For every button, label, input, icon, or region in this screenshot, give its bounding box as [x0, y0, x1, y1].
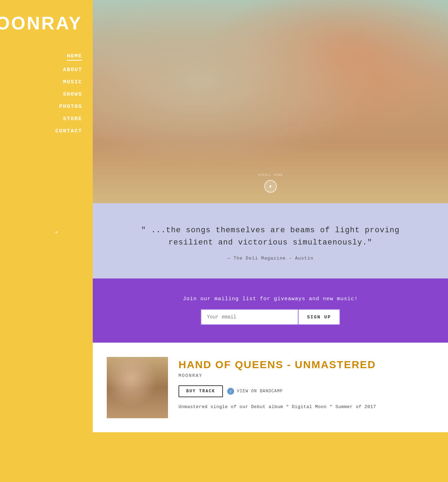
- bandcamp-link[interactable]: ♫ VIEW ON BANDCAMP: [227, 388, 283, 395]
- nav-photos[interactable]: PHOTOS: [59, 104, 82, 110]
- album-art-background: [107, 357, 168, 418]
- album-title: HAND OF QUEENS - UNMASTERED: [178, 359, 434, 370]
- mailing-section: Join our mailing list for giveaways and …: [93, 278, 448, 343]
- quote-section: " ...the songs themselves are beams of l…: [93, 203, 448, 278]
- hero-section: SCROLL DOWN ▾: [93, 0, 448, 203]
- mailing-form: SIGN UP: [201, 309, 340, 325]
- nav-shows[interactable]: SHOWS: [63, 91, 82, 97]
- album-description: Unmastered single of our Debut album " D…: [178, 404, 434, 411]
- nav-home[interactable]: HOME: [67, 53, 82, 61]
- album-buttons: BUY TRACK ♫ VIEW ON BANDCAMP: [178, 385, 434, 397]
- nav-contact[interactable]: CONTACT: [55, 128, 82, 134]
- bandcamp-label: VIEW ON BANDCAMP: [237, 389, 283, 394]
- sidebar: MOONRAY HOME ABOUT MUSIC SHOWS PHOTOS ST…: [0, 0, 93, 482]
- album-art: [107, 357, 168, 418]
- scroll-down-text: SCROLL DOWN: [258, 173, 282, 177]
- signup-button[interactable]: SIGN UP: [299, 309, 340, 325]
- album-artist: MOONRAY: [178, 373, 434, 378]
- mailing-heading: Join our mailing list for giveaways and …: [183, 296, 358, 302]
- sidebar-dot: [55, 231, 57, 233]
- quote-source: — The Deli Magazine - Austin: [121, 256, 420, 261]
- album-info: HAND OF QUEENS - UNMASTERED MOONRAY BUY …: [178, 357, 434, 411]
- album-section: HAND OF QUEENS - UNMASTERED MOONRAY BUY …: [93, 343, 448, 432]
- site-logo[interactable]: MOONRAY: [0, 14, 82, 32]
- nav-store[interactable]: STORE: [63, 116, 82, 122]
- main-nav: HOME ABOUT MUSIC SHOWS PHOTOS STORE CONT…: [55, 53, 82, 134]
- scroll-down-button[interactable]: ▾: [264, 180, 277, 193]
- bandcamp-icon: ♫: [227, 388, 234, 395]
- hero-background: [93, 0, 448, 203]
- nav-about[interactable]: ABOUT: [63, 67, 82, 73]
- chevron-down-icon: ▾: [269, 184, 272, 189]
- main-content: SCROLL DOWN ▾ " ...the songs themselves …: [93, 0, 448, 432]
- quote-text: " ...the songs themselves are beams of l…: [121, 224, 420, 249]
- nav-music[interactable]: MUSIC: [63, 79, 82, 85]
- buy-track-button[interactable]: BUY TRACK: [178, 385, 223, 397]
- email-input[interactable]: [201, 309, 299, 325]
